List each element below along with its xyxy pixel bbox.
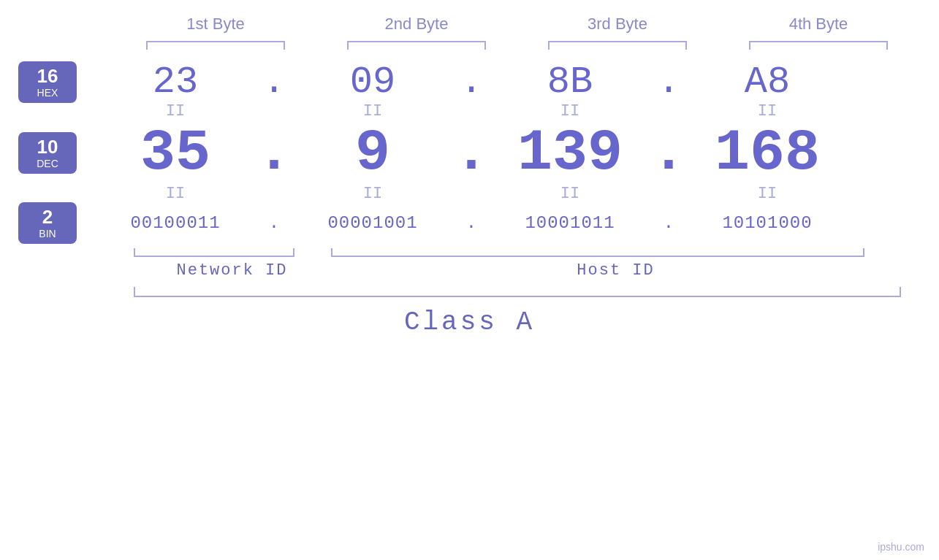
network-id-label: Network ID xyxy=(134,261,331,280)
eq-cell-5: II xyxy=(95,186,256,202)
eq-spacer-2 xyxy=(0,186,95,202)
byte-header-2: 2nd Byte xyxy=(343,15,490,34)
bin-val-1: 00100011 xyxy=(95,213,256,233)
dec-val-3: 139 xyxy=(490,120,650,186)
eq-cell-8: II xyxy=(687,186,848,202)
bin-base-label: BIN xyxy=(21,228,74,239)
bin-val-4: 10101000 xyxy=(687,213,848,233)
dec-val-2: 9 xyxy=(292,120,453,186)
bracket-1 xyxy=(146,41,285,50)
hex-val-1: 23 xyxy=(95,61,256,104)
host-id-label: Host ID xyxy=(331,261,901,280)
equals-row-2: II II II II xyxy=(0,186,939,202)
bin-val-2: 00001001 xyxy=(292,213,453,233)
hex-base-num: 16 xyxy=(21,66,74,87)
hex-row: 16 HEX 23 . 09 . 8B . A8 xyxy=(0,61,939,104)
bin-val-3: 10001011 xyxy=(490,213,650,233)
bin-dot-2: . xyxy=(453,213,490,233)
byte-header-1: 1st Byte xyxy=(142,15,289,34)
equals-cells-1: II II II II xyxy=(95,104,939,120)
dec-badge-col: 10 DEC xyxy=(0,132,95,174)
eq-cell-3: II xyxy=(490,104,650,120)
bin-row: 2 BIN 00100011 . 00001001 . 10001011 . 1… xyxy=(0,202,939,244)
byte-header-3: 3rd Byte xyxy=(544,15,691,34)
bracket-3 xyxy=(548,41,687,50)
dec-dot-2: . xyxy=(453,120,490,186)
host-bracket xyxy=(331,248,864,257)
bracket-2 xyxy=(347,41,486,50)
hex-val-3: 8B xyxy=(490,61,650,104)
equals-row-1: II II II II xyxy=(0,104,939,120)
equals-cells-2: II II II II xyxy=(95,186,939,202)
hex-badge-col: 16 HEX xyxy=(0,61,95,103)
footer-text: ipshu.com xyxy=(878,541,924,553)
byte-header-4: 4th Byte xyxy=(745,15,892,34)
hex-values: 23 . 09 . 8B . A8 xyxy=(95,61,939,104)
byte-headers: 1st Byte 2nd Byte 3rd Byte 4th Byte xyxy=(115,15,919,34)
bracket-4 xyxy=(749,41,888,50)
bin-base-num: 2 xyxy=(21,207,74,228)
hex-base-label: HEX xyxy=(21,87,74,99)
dec-val-1: 35 xyxy=(95,120,256,186)
network-bracket xyxy=(134,248,294,257)
eq-cell-2: II xyxy=(292,104,453,120)
full-bottom-bracket xyxy=(134,287,901,297)
dec-base-num: 10 xyxy=(21,137,74,158)
bin-dot-1: . xyxy=(256,213,292,233)
dec-dot-3: . xyxy=(650,120,687,186)
id-brackets xyxy=(134,248,901,257)
bin-badge: 2 BIN xyxy=(18,202,77,244)
dec-row: 10 DEC 35 . 9 . 139 . 168 xyxy=(0,120,939,186)
bracket-gap-1 xyxy=(294,248,331,257)
bin-dot-3: . xyxy=(650,213,687,233)
dec-values: 35 . 9 . 139 . 168 xyxy=(95,120,939,186)
bin-values: 00100011 . 00001001 . 10001011 . 1010100… xyxy=(95,213,939,233)
eq-cell-6: II xyxy=(292,186,453,202)
eq-cell-7: II xyxy=(490,186,650,202)
class-label: Class A xyxy=(0,307,939,337)
dec-base-label: DEC xyxy=(21,158,74,169)
id-label-row: Network ID Host ID xyxy=(134,261,901,280)
hex-dot-2: . xyxy=(453,61,490,104)
bin-badge-col: 2 BIN xyxy=(0,202,95,244)
eq-cell-1: II xyxy=(95,104,256,120)
eq-cell-4: II xyxy=(687,104,848,120)
dec-val-4: 168 xyxy=(687,120,848,186)
dec-dot-1: . xyxy=(256,120,292,186)
hex-val-2: 09 xyxy=(292,61,453,104)
hex-val-4: A8 xyxy=(687,61,848,104)
hex-badge: 16 HEX xyxy=(18,61,77,103)
hex-dot-1: . xyxy=(256,61,292,104)
hex-dot-3: . xyxy=(650,61,687,104)
top-brackets xyxy=(115,41,919,50)
dec-badge: 10 DEC xyxy=(18,132,77,174)
main-container: 1st Byte 2nd Byte 3rd Byte 4th Byte 16 H… xyxy=(0,0,939,560)
eq-spacer-1 xyxy=(0,104,95,120)
